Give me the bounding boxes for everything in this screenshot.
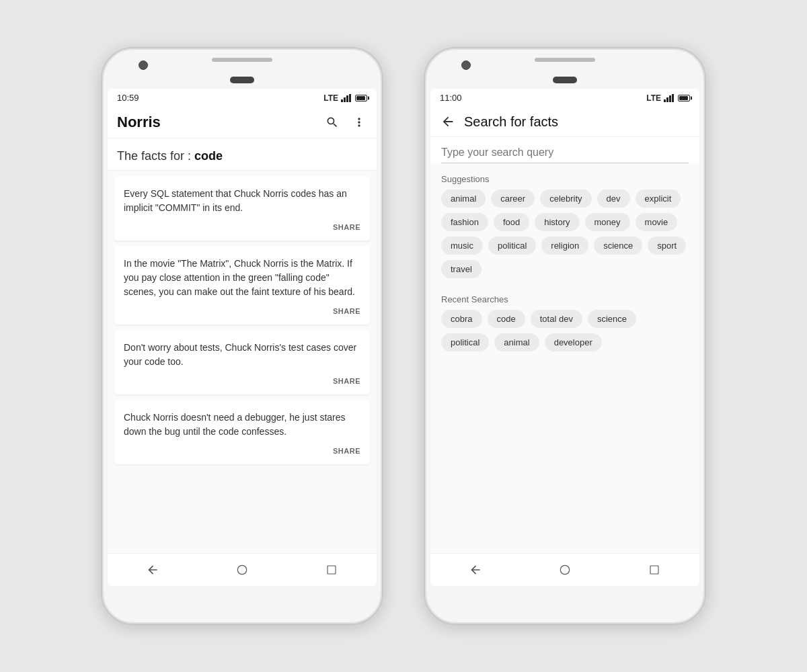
app-bar-1: Norris	[108, 107, 377, 138]
back-nav-button-1[interactable]	[143, 560, 162, 579]
recent-searches-label: Recent Searches	[430, 284, 699, 310]
status-icons-2: LTE	[646, 93, 690, 103]
suggestion-chip[interactable]: political	[488, 237, 536, 255]
status-time-2: 11:00	[440, 93, 462, 103]
back-arrow-button[interactable]	[440, 114, 456, 130]
signal-bars-2	[664, 94, 674, 102]
share-button-2[interactable]: SHARE	[333, 307, 360, 315]
battery-icon-1	[355, 95, 367, 101]
search-input-area	[430, 137, 699, 163]
suggestion-chip[interactable]: science	[594, 237, 642, 255]
suggestions-chips: animalcareercelebritydevexplicitfashionf…	[430, 190, 699, 284]
screen-content-2: Suggestions animalcareercelebritydevexpl…	[430, 137, 699, 553]
search-icon-button-1[interactable]	[324, 114, 340, 130]
battery-fill-2	[679, 96, 688, 100]
app-title-1: Norris	[117, 114, 324, 131]
screen-1: 10:59 LTE Norris	[108, 89, 377, 586]
fact-card-4: Chuck Norris doesn't need a debugger, he…	[114, 400, 370, 464]
recents-nav-button-1[interactable]	[322, 560, 341, 579]
suggestion-chip[interactable]: movie	[636, 213, 678, 231]
facts-header: The facts for : code	[108, 138, 377, 171]
recent-chips: cobracodetotal devsciencepoliticalanimal…	[430, 310, 699, 357]
fact-card-3: Don't worry about tests, Chuck Norris's …	[114, 330, 370, 394]
recents-nav-button-2[interactable]	[645, 560, 664, 579]
battery-icon-2	[678, 95, 690, 101]
suggestion-chip[interactable]: celebrity	[540, 190, 591, 208]
suggestion-chip[interactable]: money	[585, 213, 630, 231]
suggestion-chip[interactable]: history	[535, 213, 579, 231]
suggestion-chip[interactable]: animal	[441, 190, 486, 208]
status-time-1: 10:59	[117, 93, 139, 103]
phone-top-1	[102, 48, 382, 89]
bottom-nav-2	[430, 553, 699, 586]
recent-chip[interactable]: science	[588, 310, 636, 328]
svg-point-0	[237, 565, 246, 574]
fact-share-2: SHARE	[124, 299, 360, 319]
fact-card-2: In the movie "The Matrix", Chuck Norris …	[114, 246, 370, 325]
suggestion-chip[interactable]: travel	[441, 260, 482, 278]
recent-chip[interactable]: animal	[494, 333, 539, 351]
suggestion-chip[interactable]: sport	[648, 237, 686, 255]
lte-label-2: LTE	[646, 93, 661, 103]
speaker-1	[212, 58, 272, 62]
suggestion-chip[interactable]: dev	[597, 190, 630, 208]
battery-fill-1	[356, 96, 365, 100]
home-sensor-2	[553, 77, 577, 83]
recent-chip[interactable]: code	[488, 310, 525, 328]
share-button-3[interactable]: SHARE	[333, 377, 360, 385]
suggestion-chip[interactable]: explicit	[636, 190, 681, 208]
facts-header-keyword: code	[194, 149, 223, 163]
suggestions-label: Suggestions	[430, 163, 699, 190]
fact-share-1: SHARE	[124, 215, 360, 235]
home-nav-button-2[interactable]	[555, 560, 574, 579]
home-sensor-1	[230, 77, 254, 83]
phone-top-2	[425, 48, 705, 89]
status-bar-2: 11:00 LTE	[430, 89, 699, 107]
fact-text-2: In the movie "The Matrix", Chuck Norris …	[124, 257, 360, 299]
suggestion-chip[interactable]: religion	[541, 237, 588, 255]
suggestion-chip[interactable]: career	[491, 190, 535, 208]
fact-text-1: Every SQL statement that Chuck Norris co…	[124, 187, 360, 215]
svg-rect-3	[650, 566, 658, 574]
screen-content-1: The facts for : code Every SQL statement…	[108, 138, 377, 553]
facts-header-prefix: The facts for :	[117, 149, 194, 163]
phone-bottom-1	[102, 586, 382, 624]
speaker-2	[535, 58, 595, 62]
svg-point-2	[560, 565, 569, 574]
share-button-4[interactable]: SHARE	[333, 447, 360, 455]
search-input[interactable]	[441, 146, 689, 163]
phone-2: 11:00 LTE Search for facts	[424, 47, 706, 625]
back-nav-button-2[interactable]	[466, 560, 485, 579]
more-icon-button-1[interactable]	[351, 114, 367, 130]
home-nav-button-1[interactable]	[233, 560, 252, 579]
suggestion-chip[interactable]: music	[441, 237, 483, 255]
bottom-nav-1	[108, 553, 377, 586]
fact-text-4: Chuck Norris doesn't need a debugger, he…	[124, 411, 360, 439]
suggestion-chip[interactable]: fashion	[441, 213, 488, 231]
camera-1	[139, 60, 148, 70]
phone-bottom-2	[425, 586, 705, 624]
lte-label-1: LTE	[323, 93, 338, 103]
share-button-1[interactable]: SHARE	[333, 223, 360, 231]
fact-text-3: Don't worry about tests, Chuck Norris's …	[124, 341, 360, 369]
suggestion-chip[interactable]: food	[494, 213, 529, 231]
screen-2: 11:00 LTE Search for facts	[430, 89, 699, 586]
camera-2	[461, 60, 471, 70]
recent-chip[interactable]: cobra	[441, 310, 482, 328]
status-bar-1: 10:59 LTE	[108, 89, 377, 107]
recent-chip[interactable]: developer	[545, 333, 602, 351]
search-screen-title: Search for facts	[464, 114, 558, 130]
recent-chip[interactable]: total dev	[531, 310, 582, 328]
phone-1: 10:59 LTE Norris	[101, 47, 383, 625]
recent-chip[interactable]: political	[441, 333, 489, 351]
app-bar-icons-1	[324, 114, 367, 130]
search-app-bar: Search for facts	[430, 107, 699, 137]
fact-share-4: SHARE	[124, 439, 360, 459]
fact-card-1: Every SQL statement that Chuck Norris co…	[114, 176, 370, 241]
signal-bars-1	[341, 94, 351, 102]
status-icons-1: LTE	[323, 93, 367, 103]
svg-rect-1	[328, 566, 336, 574]
fact-share-3: SHARE	[124, 369, 360, 389]
